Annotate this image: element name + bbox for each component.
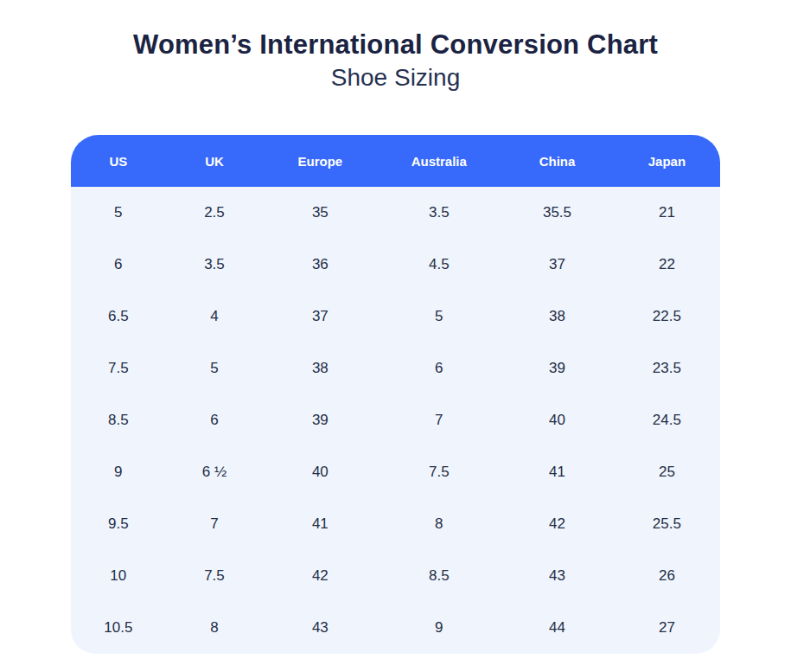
page: Women’s International Conversion Chart S… [0, 29, 791, 672]
conversion-table: US UK Europe Australia China Japan 5 2.5… [71, 135, 720, 654]
table-cell: 25 [614, 446, 720, 498]
table-row: 8.5 6 39 7 40 24.5 [71, 394, 720, 446]
table-cell: 7.5 [166, 550, 264, 602]
table-cell: 7.5 [377, 446, 501, 498]
table-cell: 8 [166, 602, 264, 654]
table-cell: 9 [71, 446, 166, 498]
table-cell: 4 [166, 291, 264, 342]
table-cell: 37 [501, 239, 614, 291]
table-cell: 43 [263, 602, 377, 654]
table-row: 5 2.5 35 3.5 35.5 21 [71, 187, 720, 239]
table-cell: 6 ½ [166, 446, 264, 498]
table-cell: 5 [377, 291, 501, 342]
table-cell: 44 [501, 602, 614, 654]
table-cell: 35.5 [501, 187, 614, 239]
table-cell: 5 [71, 187, 166, 239]
table-row: 6 3.5 36 4.5 37 22 [71, 239, 720, 291]
table-cell: 24.5 [614, 394, 720, 446]
table-cell: 2.5 [166, 187, 264, 239]
table-cell: 38 [501, 291, 614, 342]
table-cell: 6 [71, 239, 166, 291]
table-row: 9 6 ½ 40 7.5 41 25 [71, 446, 720, 498]
table-cell: 8 [377, 498, 501, 550]
table-cell: 23.5 [614, 342, 720, 394]
table-cell: 41 [263, 498, 377, 550]
table-cell: 7.5 [71, 342, 166, 394]
page-subtitle: Shoe Sizing [0, 64, 791, 92]
table-cell: 42 [263, 550, 377, 602]
table-header: US UK Europe Australia China Japan [71, 135, 720, 187]
table-cell: 25.5 [614, 498, 720, 550]
table-cell: 22.5 [614, 291, 720, 342]
column-header-australia: Australia [377, 135, 501, 187]
table-cell: 3.5 [166, 239, 264, 291]
table-cell: 6.5 [71, 291, 166, 342]
table-cell: 27 [614, 602, 720, 654]
table-cell: 35 [263, 187, 377, 239]
table-cell: 26 [614, 550, 720, 602]
table-row: 10.5 8 43 9 44 27 [71, 602, 720, 654]
table-cell: 43 [501, 550, 614, 602]
table-cell: 40 [263, 446, 377, 498]
table-row: 9.5 7 41 8 42 25.5 [71, 498, 720, 550]
table-row: 7.5 5 38 6 39 23.5 [71, 342, 720, 394]
column-header-china: China [501, 135, 614, 187]
column-header-europe: Europe [263, 135, 377, 187]
table-cell: 39 [263, 394, 377, 446]
table-cell: 6 [166, 394, 264, 446]
table-cell: 42 [501, 498, 614, 550]
table-cell: 22 [614, 239, 720, 291]
table-row: 6.5 4 37 5 38 22.5 [71, 291, 720, 342]
table-cell: 5 [166, 342, 264, 394]
table-cell: 38 [263, 342, 377, 394]
table-cell: 36 [263, 239, 377, 291]
table-cell: 21 [614, 187, 720, 239]
table-cell: 40 [501, 394, 614, 446]
table-cell: 8.5 [377, 550, 501, 602]
table-row: 10 7.5 42 8.5 43 26 [71, 550, 720, 602]
column-header-japan: Japan [614, 135, 720, 187]
table-cell: 8.5 [71, 394, 166, 446]
table-cell: 6 [377, 342, 501, 394]
column-header-us: US [71, 135, 166, 187]
table-cell: 4.5 [377, 239, 501, 291]
table-cell: 10.5 [71, 602, 166, 654]
table-cell: 9.5 [71, 498, 166, 550]
table-body: 5 2.5 35 3.5 35.5 21 6 3.5 36 4.5 37 22 … [71, 187, 720, 654]
column-header-uk: UK [166, 135, 264, 187]
page-title: Women’s International Conversion Chart [0, 29, 791, 61]
table-cell: 9 [377, 602, 501, 654]
table-cell: 7 [377, 394, 501, 446]
table-cell: 41 [501, 446, 614, 498]
table-cell: 39 [501, 342, 614, 394]
table-cell: 10 [71, 550, 166, 602]
table-cell: 37 [263, 291, 377, 342]
header-row: US UK Europe Australia China Japan [71, 135, 720, 187]
table-cell: 3.5 [377, 187, 501, 239]
table-cell: 7 [166, 498, 264, 550]
